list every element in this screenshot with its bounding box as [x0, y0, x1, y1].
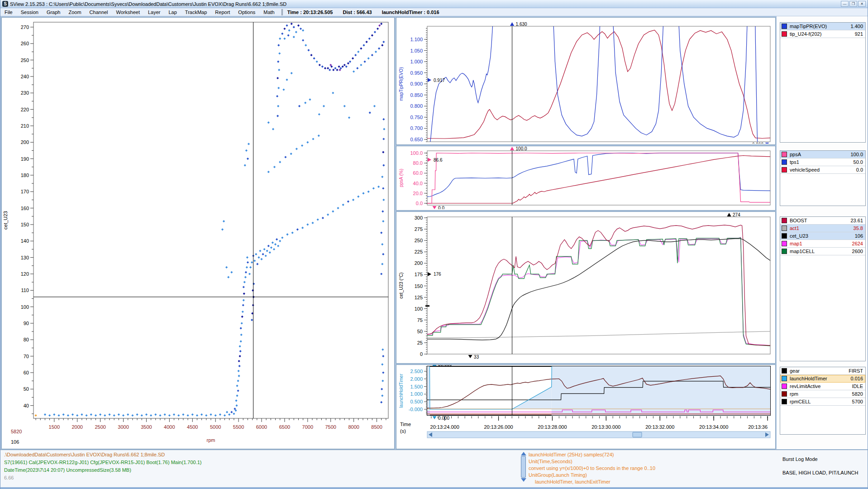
- menu-lap[interactable]: Lap: [164, 9, 181, 16]
- chart-cet-u23[interactable]: 0255075100125150175200225250275300cet_U2…: [396, 211, 776, 364]
- svg-text:2000: 2000: [72, 424, 82, 430]
- menu-worksheet[interactable]: Worksheet: [112, 9, 144, 16]
- svg-text:170: 170: [21, 189, 29, 194]
- svg-text:160: 160: [21, 206, 29, 211]
- svg-text:210: 210: [21, 123, 29, 129]
- svg-text:rpm: rpm: [207, 437, 215, 443]
- channel-name: map1CELL: [790, 249, 850, 254]
- legend-row-vehicleSpeed[interactable]: vehicleSpeed0.0: [780, 166, 865, 174]
- svg-text:80.0: 80.0: [413, 160, 423, 166]
- menu-report[interactable]: Report: [211, 9, 234, 16]
- minimize-button[interactable]: —: [841, 1, 849, 7]
- maximize-button[interactable]: ❐: [849, 1, 857, 7]
- status-footer: .\DownloadedData\Customers\Justin EVOX\D…: [0, 450, 868, 487]
- channel-color-chip: [782, 167, 787, 173]
- legend-row-revLimitActive[interactable]: revLimitActiveIDLE: [780, 383, 865, 390]
- svg-text:1.500: 1.500: [410, 384, 423, 389]
- scroll-down-icon[interactable]: [521, 478, 526, 482]
- svg-text:50: 50: [24, 386, 29, 392]
- channel-name: mapTipPR(EVO): [790, 24, 849, 29]
- channel-name: ppsA: [790, 152, 849, 157]
- menu-trackmap[interactable]: TrackMap: [181, 9, 211, 16]
- legend-row-cet_U23[interactable]: cet_U23106: [780, 232, 865, 240]
- scatter-plot-panel[interactable]: 4050607080901001101201301401501601701801…: [1, 17, 395, 449]
- scroll-thumb[interactable]: [521, 456, 526, 478]
- svg-text:2.000: 2.000: [410, 376, 423, 382]
- menu-math[interactable]: Math: [259, 9, 278, 16]
- cet-svg: 0255075100125150175200225250275300cet_U2…: [396, 212, 775, 362]
- menu-session[interactable]: Session: [17, 9, 43, 16]
- svg-text:75: 75: [417, 317, 423, 323]
- channel-info-line: launchHoldTimer (25Hz) samples(724): [529, 452, 614, 457]
- svg-text:1.000: 1.000: [410, 391, 423, 397]
- svg-text:140: 140: [21, 238, 29, 244]
- svg-text:2500: 2500: [95, 424, 105, 430]
- svg-text:1.100: 1.100: [410, 37, 423, 42]
- svg-text:150: 150: [21, 222, 29, 227]
- svg-text:120: 120: [21, 271, 29, 277]
- svg-text:274: 274: [733, 212, 740, 217]
- chart-ppsa[interactable]: 0.020.040.060.080.0100.0ppsA (%)100.086.…: [396, 146, 776, 211]
- menu-layer[interactable]: Layer: [144, 9, 165, 16]
- svg-text:20:13:34.000: 20:13:34.000: [699, 424, 728, 430]
- channel-name: rpm: [790, 391, 850, 397]
- legend-row-BOOST[interactable]: BOOST23.61: [780, 217, 865, 225]
- svg-text:1.000: 1.000: [410, 59, 423, 64]
- svg-text:6000: 6000: [256, 424, 267, 430]
- channel-name: gear: [790, 368, 847, 374]
- channel-value: 5700: [852, 399, 863, 404]
- legend-row-gear[interactable]: gearFIRST: [780, 367, 865, 375]
- channel-value: 1.400: [850, 24, 863, 29]
- legend-row-launchHoldTimer[interactable]: launchHoldTimer0.016: [780, 375, 865, 383]
- title-bar[interactable]: S SView 2.15.253 : C:\Users\Public\Docum…: [0, 0, 868, 8]
- svg-text:8000: 8000: [348, 424, 359, 430]
- svg-text:0: 0: [420, 351, 423, 357]
- legend-row-rpmCELL[interactable]: rpmCELL5700: [780, 398, 865, 406]
- menu-channel[interactable]: Channel: [86, 9, 112, 16]
- svg-text:1.630: 1.630: [516, 22, 527, 27]
- menu-bar: FileSessionGraphZoomChannelWorksheetLaye…: [0, 8, 868, 16]
- legend-box-3: gearFIRSTlaunchHoldTimer0.016revLimitAct…: [780, 367, 866, 435]
- channel-color-chip: [782, 376, 787, 381]
- legend-row-act1[interactable]: act135.8: [780, 225, 865, 232]
- legend-box-0: mapTipPR(EVO)1.400tip_U24-f(202)921: [780, 22, 866, 143]
- time-scroll-thumb[interactable]: [633, 432, 642, 437]
- channel-value: 0.0: [856, 167, 863, 173]
- legend-row-mapTipPR(EVO)[interactable]: mapTipPR(EVO)1.400: [780, 23, 865, 30]
- svg-text:6500: 6500: [279, 424, 290, 430]
- menu-options[interactable]: Options: [234, 9, 259, 16]
- close-button[interactable]: ✕: [858, 1, 866, 7]
- legend-row-rpm[interactable]: rpm5820: [780, 390, 865, 398]
- svg-text:20:13:28.000: 20:13:28.000: [538, 424, 567, 430]
- svg-text:0.750: 0.750: [410, 115, 423, 120]
- time-scrollbar[interactable]: [427, 431, 770, 438]
- svg-text:270: 270: [21, 24, 29, 30]
- svg-text:cet_U23: cet_U23: [3, 211, 8, 230]
- legend-row-map1CELL[interactable]: map1CELL2600: [780, 248, 865, 255]
- channel-name: map1: [790, 241, 850, 246]
- channel-name: act1: [790, 225, 852, 231]
- channel-name: launchHoldTimer: [790, 376, 849, 381]
- svg-text:1.050: 1.050: [410, 48, 423, 53]
- legend-row-map1[interactable]: map12624: [780, 240, 865, 248]
- chart-launchholdtimer[interactable]: -0.0000.5001.0001.5002.0002.500launchHol…: [396, 364, 776, 449]
- channel-info-line: Unit(Time,Seconds): [529, 459, 572, 464]
- legend-row-tps1[interactable]: tps150.0: [780, 158, 865, 166]
- svg-text:20:13:26.000: 20:13:26.000: [484, 424, 513, 430]
- legend-row-ppsA[interactable]: ppsA100.0: [780, 151, 865, 158]
- svg-text:106: 106: [11, 439, 19, 445]
- channel-info-scrollbar[interactable]: [520, 451, 527, 485]
- legend-row-tip_U24-f(202)[interactable]: tip_U24-f(202)921: [780, 30, 865, 38]
- channel-value: 106: [855, 233, 863, 239]
- channel-value: 921: [855, 31, 863, 37]
- scatter-svg: 4050607080901001101201301401501601701801…: [2, 18, 394, 449]
- menu-zoom[interactable]: Zoom: [64, 9, 85, 16]
- channel-info-line: convert using y=(x/1000)+0 to Seconds in…: [529, 465, 655, 471]
- svg-text:1500: 1500: [49, 424, 60, 430]
- menu-file[interactable]: File: [0, 9, 17, 16]
- menu-graph[interactable]: Graph: [43, 9, 65, 16]
- chart-maptippr[interactable]: 0.6500.7000.7500.8000.8500.9000.9501.000…: [396, 17, 776, 145]
- channel-value: 35.8: [854, 225, 863, 231]
- scroll-up-icon[interactable]: [521, 452, 526, 455]
- channel-color-chip: [782, 368, 787, 374]
